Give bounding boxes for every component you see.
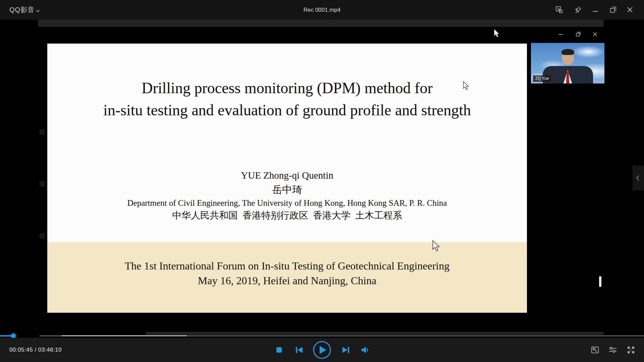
affiliation-en: Department of Civil Engineering, The Uni… xyxy=(47,197,527,209)
recording-scrollbar-fragment xyxy=(599,276,601,287)
snapshot-tools-icon[interactable] xyxy=(590,345,600,355)
presentation-slide: Drilling process monitoring (DPM) method… xyxy=(47,44,527,313)
next-icon[interactable] xyxy=(341,346,350,354)
recorded-cursor xyxy=(494,29,500,39)
seek-handle[interactable] xyxy=(11,334,16,338)
restore-icon[interactable] xyxy=(609,5,618,14)
author-name-en: YUE Zhong-qi Quentin xyxy=(47,168,527,182)
mini-mode-icon[interactable] xyxy=(555,5,564,14)
settings-sliders-icon[interactable] xyxy=(608,345,618,355)
recording-artifact xyxy=(40,129,45,135)
video-display-area[interactable]: Drilling process monitoring (DPM) method… xyxy=(0,20,644,338)
chevron-left-icon xyxy=(636,175,640,181)
author-name-zh: 岳中琦 xyxy=(47,182,527,197)
close-icon[interactable] xyxy=(626,5,634,14)
speaker-webcam-thumbnail: ZQ Yue xyxy=(531,43,604,83)
play-icon[interactable] xyxy=(313,341,331,359)
volume-icon[interactable] xyxy=(361,346,370,354)
recorded-window-titlebar xyxy=(38,20,604,27)
chevron-down-icon[interactable] xyxy=(36,8,40,14)
stop-icon[interactable] xyxy=(276,347,282,353)
previous-icon[interactable] xyxy=(295,346,304,354)
conference-banner: The 1st International Forum on In-situ T… xyxy=(47,242,527,313)
window-title: Rec 0001.mp4 xyxy=(0,0,644,20)
affiliation-zh: 中华人民共和国 香港特别行政区 香港大学 土木工程系 xyxy=(47,209,527,222)
conference-banner-text: The 1st International Forum on In-situ T… xyxy=(47,258,527,288)
minimize-icon[interactable] xyxy=(591,5,600,14)
recording-bottom-line xyxy=(62,335,187,336)
slide-title: Drilling process monitoring (DPM) method… xyxy=(47,77,527,121)
qq-player-window: Rec 0001.mp4 QQ影音 xyxy=(0,0,644,362)
time-display: 00:05:45 / 03:46:10 xyxy=(9,338,62,362)
slide-title-line1: Drilling process monitoring (DPM) method… xyxy=(47,77,527,99)
player-controlbar: 00:05:45 / 03:46:10 xyxy=(0,338,644,362)
app-menu-button[interactable]: QQ影音 xyxy=(9,0,35,20)
recorded-restore-icon xyxy=(574,30,582,38)
banner-line2: May 16, 2019, Heifei and Nanjing, China xyxy=(47,273,527,288)
speaker-name-label: ZQ Yue xyxy=(533,75,551,82)
pin-icon[interactable] xyxy=(574,5,582,14)
slide-title-line2: in-situ testing and evaluation of ground… xyxy=(47,99,527,121)
recording-artifact xyxy=(40,181,45,187)
author-block: YUE Zhong-qi Quentin 岳中琦 Department of C… xyxy=(47,168,527,222)
player-titlebar: Rec 0001.mp4 QQ影音 xyxy=(0,0,644,20)
recording-artifact xyxy=(40,233,45,239)
recorded-close-icon xyxy=(591,30,599,38)
recorded-minimize-icon xyxy=(557,30,565,38)
banner-line1: The 1st International Forum on In-situ T… xyxy=(47,258,527,273)
playlist-toggle[interactable] xyxy=(633,166,644,190)
fullscreen-icon[interactable] xyxy=(626,345,636,355)
